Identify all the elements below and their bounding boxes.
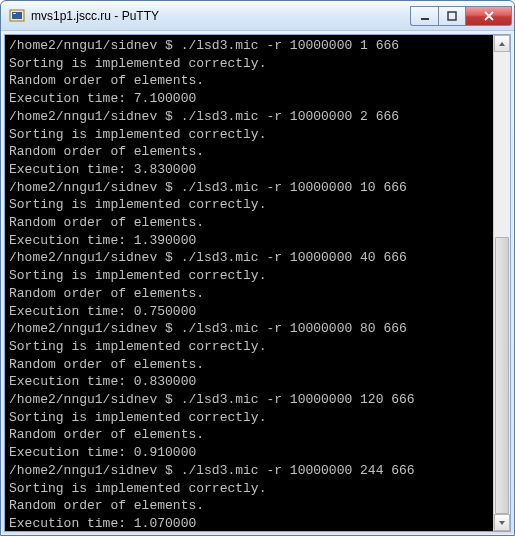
minimize-button[interactable]: [410, 6, 438, 26]
scroll-track[interactable]: [494, 52, 510, 514]
scroll-thumb[interactable]: [495, 237, 509, 514]
putty-icon: [9, 8, 25, 24]
svg-rect-2: [13, 13, 16, 14]
window-title: mvs1p1.jscc.ru - PuTTY: [31, 9, 410, 23]
window-buttons: [410, 6, 512, 26]
close-button[interactable]: [466, 6, 512, 26]
svg-rect-4: [448, 12, 456, 20]
terminal-output: /home2/nngu1/sidnev $ ./lsd3.mic -r 1000…: [9, 38, 415, 531]
scroll-up-button[interactable]: [494, 35, 510, 52]
svg-rect-3: [421, 18, 429, 20]
client-area: /home2/nngu1/sidnev $ ./lsd3.mic -r 1000…: [4, 34, 511, 532]
terminal[interactable]: /home2/nngu1/sidnev $ ./lsd3.mic -r 1000…: [5, 35, 493, 531]
scrollbar[interactable]: [493, 35, 510, 531]
titlebar[interactable]: mvs1p1.jscc.ru - PuTTY: [1, 1, 514, 31]
putty-window: mvs1p1.jscc.ru - PuTTY /home2/nngu1/sidn…: [0, 0, 515, 536]
scroll-down-button[interactable]: [494, 514, 510, 531]
maximize-button[interactable]: [438, 6, 466, 26]
